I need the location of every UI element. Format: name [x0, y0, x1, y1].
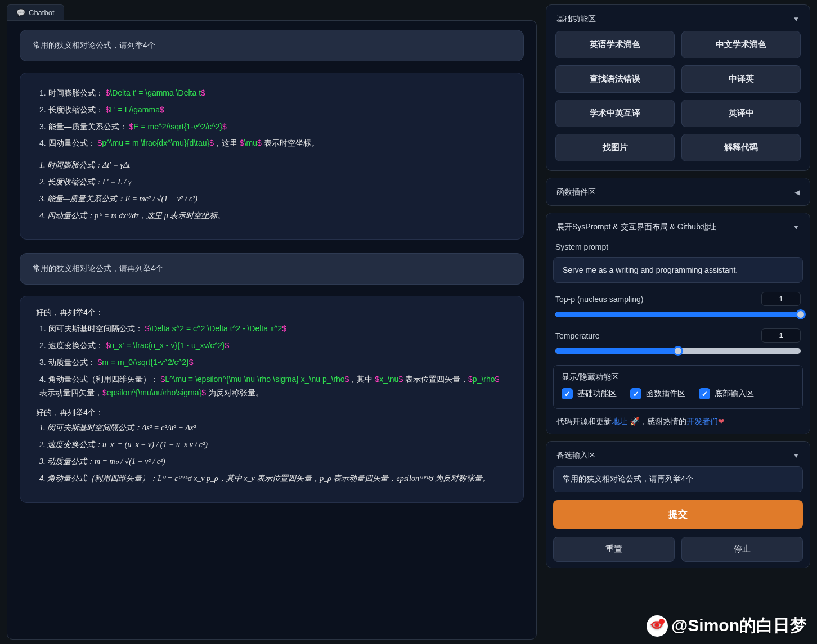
footer-note: 代码开源和更新地址 🚀，感谢热情的开发者们❤: [553, 409, 803, 428]
panel-title: 基础功能区: [556, 14, 596, 24]
fn-en-to-zh[interactable]: 英译中: [681, 100, 801, 127]
top-p-slider[interactable]: [555, 312, 801, 317]
toggle-input-area[interactable]: ✓ 底部输入区: [699, 388, 754, 399]
temperature-value[interactable]: 1: [761, 328, 801, 343]
checkbox-icon: ✓: [699, 388, 710, 399]
tab-label: Chatbot: [29, 8, 55, 17]
toggle-basic-area[interactable]: ✓ 基础功能区: [562, 388, 617, 399]
chevron-down-icon[interactable]: ▼: [793, 15, 800, 23]
fn-explain-code[interactable]: 解释代码: [681, 134, 801, 161]
source-link[interactable]: 地址: [612, 417, 627, 426]
temperature-slider[interactable]: [555, 348, 801, 354]
toggle-area-title: 显示/隐藏功能区: [562, 372, 794, 382]
chevron-down-icon[interactable]: ▼: [793, 452, 800, 460]
user-message: 常用的狭义相对论公式，请列举4个: [20, 30, 524, 61]
assistant-message: 时间膨胀公式： $\Delta t' = \gamma \Delta t$ 长度…: [20, 73, 524, 240]
alt-input-field[interactable]: [553, 466, 803, 492]
chevron-left-icon[interactable]: ◀: [794, 188, 800, 196]
fn-zh-to-en[interactable]: 中译英: [681, 65, 801, 93]
visibility-toggle-area: 显示/隐藏功能区 ✓ 基础功能区 ✓ 函数插件区 ✓ 底部输入区: [553, 365, 803, 409]
user-message: 常用的狭义相对论公式，请再列举4个: [20, 253, 524, 285]
rocket-icon: 🚀: [630, 417, 639, 426]
heart-icon: ❤: [718, 417, 725, 426]
top-p-label: Top-p (nucleus sampling): [555, 295, 643, 304]
submit-button[interactable]: 提交: [553, 500, 803, 529]
developers-link[interactable]: 开发者们: [686, 417, 718, 426]
assistant-message: 好的，再列举4个： 闵可夫斯基时空间隔公式： $\Delta s^2 = c^2…: [20, 296, 524, 502]
tab-chatbot[interactable]: 💬 Chatbot: [7, 4, 64, 20]
fn-grammar-check[interactable]: 查找语法错误: [555, 65, 675, 93]
basic-functions-panel: 基础功能区 ▼ 英语学术润色 中文学术润色 查找语法错误 中译英 学术中英互译 …: [546, 4, 810, 171]
checkbox-icon: ✓: [630, 388, 641, 399]
fn-academic-translate[interactable]: 学术中英互译: [555, 100, 675, 127]
panel-title: 展开SysPrompt & 交互界面布局 & Github地址: [556, 222, 716, 232]
fn-find-image[interactable]: 找图片: [555, 134, 675, 161]
plugin-panel: 函数插件区 ◀: [546, 178, 810, 206]
checkbox-icon: ✓: [562, 388, 573, 399]
toggle-plugin-area[interactable]: ✓ 函数插件区: [630, 388, 685, 399]
chat-icon: 💬: [16, 8, 25, 17]
reset-button[interactable]: 重置: [553, 537, 675, 562]
system-prompt-label: System prompt: [553, 238, 803, 254]
sysprompt-panel: 展开SysPrompt & 交互界面布局 & Github地址 ▼ System…: [546, 213, 810, 434]
panel-title: 备选输入区: [556, 451, 596, 461]
alt-input-panel: 备选输入区 ▼ 提交 重置 停止: [546, 441, 810, 568]
fn-english-polish[interactable]: 英语学术润色: [555, 31, 675, 58]
chevron-down-icon[interactable]: ▼: [793, 223, 800, 231]
temperature-label: Temperature: [555, 331, 600, 340]
fn-chinese-polish[interactable]: 中文学术润色: [681, 31, 801, 58]
system-prompt-input[interactable]: Serve me as a writing and programming as…: [553, 257, 803, 283]
panel-title: 函数插件区: [556, 187, 596, 197]
top-p-value[interactable]: 1: [761, 292, 801, 306]
chat-panel[interactable]: 常用的狭义相对论公式，请列举4个 时间膨胀公式： $\Delta t' = \g…: [7, 20, 537, 640]
stop-button[interactable]: 停止: [681, 537, 803, 562]
